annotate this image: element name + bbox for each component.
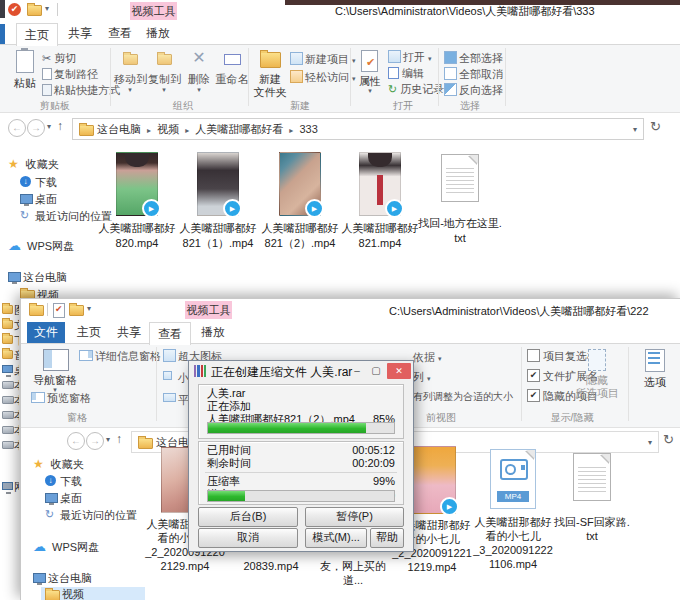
paste-button[interactable]: 粘贴	[6, 48, 44, 98]
forward-button[interactable]: →	[86, 432, 104, 450]
close-button[interactable]: ✕	[387, 363, 411, 379]
refresh-button[interactable]: ↻	[650, 119, 661, 134]
refresh-button[interactable]: ↻	[663, 432, 674, 447]
recent-pages-dropdown[interactable]: ▾	[47, 122, 51, 131]
cancel-button[interactable]: 取消	[198, 528, 298, 548]
qat-folder-icon[interactable]	[29, 305, 44, 316]
file-item-video[interactable]: ▶ 人美嘴甜哪都好820.mp4	[95, 152, 179, 251]
address-bar[interactable]: 这台电脑 ▸ 视频 ▸ 人美嘴甜哪都好看 ▸ 333 ▾	[72, 118, 644, 140]
tab-play[interactable]: 播放	[195, 322, 231, 343]
select-all-label: 全部选择	[459, 52, 503, 64]
preview-pane-button[interactable]: 预览窗格	[31, 391, 91, 406]
download-icon: ↓	[45, 475, 56, 486]
sidebar-item-favorites[interactable]: ★ 收藏夹	[33, 457, 84, 472]
group-label-organize: 组织	[146, 99, 220, 113]
contextual-tab-video-tools[interactable]: 视频工具	[130, 2, 177, 20]
sidebar-item-this-pc[interactable]: 这台电脑	[8, 270, 67, 285]
sidebar-item-videos-selected[interactable]: 视频	[41, 587, 145, 600]
address-dropdown-icon[interactable]: ▾	[648, 438, 652, 447]
file-item-video[interactable]: ▶ 人美嘴甜哪都好821.mp4	[338, 152, 422, 251]
sidebar-item-recent-places[interactable]: ↻ 最近访问的位置	[45, 508, 137, 523]
sort-by-caret: ▾	[438, 355, 442, 362]
paste-shortcut-button[interactable]: 粘贴快捷方式	[42, 83, 120, 98]
recent-pages-dropdown[interactable]: ▾	[106, 435, 110, 444]
new-item-button[interactable]: 新建项目 ▾	[290, 52, 356, 67]
sidebar-strip-music[interactable]: 音	[2, 348, 19, 363]
sort-by-button[interactable]: 依据 ▾	[413, 350, 442, 365]
sidebar-item-desktop[interactable]: 桌面	[45, 491, 82, 506]
file-item-text[interactable]: 找回-SF回家路.txt	[550, 453, 634, 543]
qat-dropdown-icon[interactable]: ▾	[45, 4, 49, 13]
sidebar-strip-pictures[interactable]: 图	[2, 303, 19, 318]
qat-folder-icon[interactable]	[27, 5, 42, 16]
sidebar-strip-network[interactable]: 网络	[2, 480, 19, 495]
address-dropdown-icon[interactable]: ▾	[633, 125, 637, 134]
qat-properties-icon[interactable]: ✔	[53, 303, 65, 318]
dialog-titlebar[interactable]: 正在创建压缩文件 人美.rar – ▢ ✕	[189, 361, 413, 381]
pause-button[interactable]: 暂停(P)	[305, 507, 404, 527]
tab-share[interactable]: 共享	[62, 23, 98, 44]
tab-file-sliver[interactable]	[0, 24, 5, 44]
sidebar-item-wps-cloud[interactable]: ☁ WPS网盘	[33, 539, 99, 555]
file-name: 找回-地方在这里.txt	[418, 216, 502, 246]
sidebar-item-downloads[interactable]: ↓ 下载	[45, 474, 82, 489]
sidebar-item-downloads[interactable]: ↓ 下载	[20, 175, 57, 190]
tab-share[interactable]: 共享	[111, 322, 147, 343]
history-button[interactable]: ↻ 历史记录	[388, 82, 444, 97]
maximize-button[interactable]: ▢	[367, 363, 385, 379]
breadcrumb-folder[interactable]: 人美嘴甜哪都好看	[195, 123, 283, 135]
breadcrumb-333[interactable]: 333	[299, 123, 317, 135]
details-pane-icon	[79, 350, 93, 361]
help-button[interactable]: 帮助	[370, 528, 404, 548]
tab-view[interactable]: 查看	[149, 322, 191, 345]
file-item-video[interactable]: ▶ 人美嘴甜哪都好821（2）.mp4	[258, 152, 342, 251]
totals-box: 已用时间00:05:12 剩余时间00:20:09 压缩率99% 进度20%	[198, 441, 404, 505]
invert-selection-button[interactable]: 反向选择	[444, 83, 503, 98]
mode-button[interactable]: 模式(M)...	[305, 528, 367, 548]
up-button[interactable]: ↑	[57, 119, 63, 133]
copy-path-button[interactable]: 复制路径	[42, 67, 98, 82]
sidebar-strip-disk[interactable]: 本	[2, 438, 19, 453]
file-item-mp4[interactable]: MP4 人美嘴甜那都好看的小七儿_3_20200912221106.mp4	[471, 449, 555, 571]
qat-folder-icon[interactable]	[69, 305, 84, 316]
sidebar-strip-disk[interactable]: 本	[2, 378, 19, 393]
tab-home[interactable]: 主页	[71, 322, 107, 343]
tab-view[interactable]: 查看	[102, 23, 138, 44]
sidebar-strip-disk[interactable]: 本	[2, 408, 19, 423]
sidebar-strip-downloads[interactable]: 下	[2, 333, 19, 348]
breadcrumb-this-pc[interactable]: 这台电脑	[97, 123, 141, 135]
sidebar-item-wps-cloud[interactable]: ☁ WPS网盘	[8, 238, 74, 254]
size-columns-button[interactable]: 有列调整为合适的大小	[413, 390, 517, 404]
sidebar-strip-disk[interactable]: 本	[2, 393, 19, 408]
forward-button[interactable]: →	[27, 119, 45, 137]
favorites-label: 收藏夹	[26, 158, 59, 170]
select-none-button[interactable]: 全部取消	[444, 67, 503, 82]
tab-home[interactable]: 主页	[16, 23, 58, 46]
sidebar-strip-documents[interactable]: 文	[2, 318, 19, 333]
minimize-button[interactable]: –	[348, 363, 366, 379]
select-all-button[interactable]: 全部选择	[444, 51, 503, 66]
sidebar-strip-desktop[interactable]: 桌	[2, 363, 19, 378]
edit-button[interactable]: 编辑	[388, 66, 424, 81]
easy-access-button[interactable]: 轻松访问 ▾	[290, 70, 356, 85]
up-button[interactable]: ↑	[116, 432, 122, 446]
details-pane-button[interactable]: 详细信息窗格	[79, 349, 161, 364]
contextual-tab-video-tools[interactable]: 视频工具	[185, 301, 232, 319]
back-button[interactable]: ←	[8, 119, 26, 137]
cut-button[interactable]: ✂ 剪切	[42, 51, 76, 66]
tab-file[interactable]: 文件	[27, 322, 65, 343]
sidebar-item-this-pc[interactable]: 这台电脑	[33, 571, 92, 586]
breadcrumb-videos[interactable]: 视频	[157, 123, 179, 135]
open-button[interactable]: 打开 ▾	[388, 50, 432, 65]
back-button[interactable]: ←	[67, 432, 85, 450]
sidebar-item-desktop[interactable]: 桌面	[20, 192, 57, 207]
qat-app-icon[interactable]: ✔	[8, 3, 21, 16]
file-item-text[interactable]: 找回-地方在这里.txt	[418, 154, 502, 246]
qat-dropdown-icon[interactable]: ▾	[87, 304, 91, 313]
sidebar-item-favorites[interactable]: ★ 收藏夹	[8, 157, 59, 172]
sidebar-strip-disk[interactable]: 本	[2, 423, 19, 438]
tab-play[interactable]: 播放	[140, 23, 176, 44]
add-columns-button[interactable]: 列 ▾	[413, 370, 431, 385]
file-item-video[interactable]: ▶ 人美嘴甜哪都好821（1）.mp4	[176, 152, 260, 251]
background-button[interactable]: 后台(B)	[198, 507, 298, 527]
